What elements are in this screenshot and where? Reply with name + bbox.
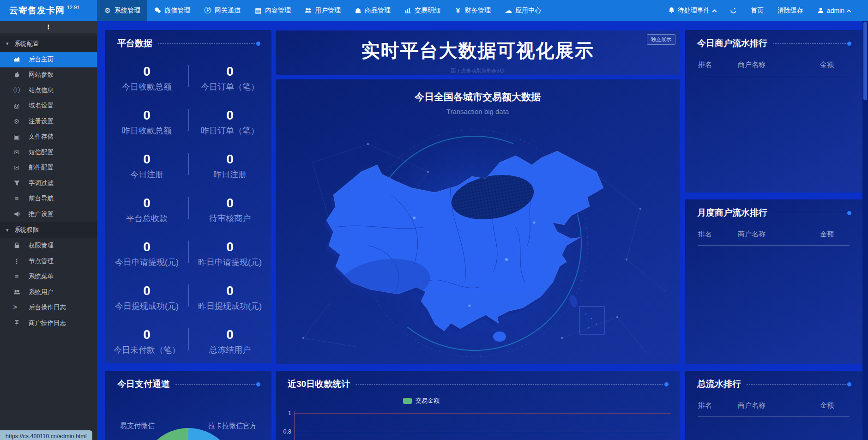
nav-item-finance[interactable]: 财务管理 — [447, 0, 498, 21]
wechat-icon — [154, 7, 161, 14]
bullhorn-icon — [12, 211, 21, 218]
dashed-rule — [175, 384, 255, 385]
chart-legend[interactable]: 交易金额 — [403, 397, 440, 405]
p-circle-icon — [204, 6, 211, 15]
stat-cell: 0今日收款总额 — [105, 59, 188, 102]
info-circle-icon — [12, 86, 21, 95]
refresh-button[interactable] — [730, 7, 737, 14]
today-rank-panel: 今日商户流水排行 排名 商户名称 金额 — [685, 30, 862, 193]
nav-item-appcenter[interactable]: 应用中心 — [498, 0, 548, 21]
dashed-rule — [158, 43, 255, 44]
sidebar-item-promotion-settings[interactable]: 推广设置 — [0, 206, 97, 222]
stat-cell: 0待审核商户 — [188, 190, 271, 234]
at-icon — [12, 102, 21, 109]
sidebar-item-site-params[interactable]: 网站参数 — [0, 67, 97, 83]
table-rule — [698, 416, 850, 417]
rank-table-header: 排名 商户名称 金额 — [685, 401, 862, 410]
stat-cell: 0今日订单（笔） — [188, 59, 271, 102]
accent-dot — [256, 42, 260, 46]
app-title: 云寄售发卡网 — [9, 5, 65, 17]
cloud-icon — [505, 6, 512, 15]
filter-icon — [12, 180, 21, 187]
sidebar-item-register-settings[interactable]: 注册设置 — [0, 114, 97, 129]
money-icon — [454, 6, 462, 14]
scrollbar-track[interactable] — [862, 21, 868, 440]
nav-item-wechat[interactable]: 微信管理 — [147, 0, 197, 21]
sidebar-collapse-toggle[interactable] — [0, 21, 97, 33]
dashed-rule — [773, 43, 846, 44]
status-link-tooltip: https://cs.400110.cn/admin.html — [0, 430, 92, 440]
stat-cell: 0今日申请提现(元) — [105, 234, 188, 278]
stat-row: 0平台总收款 0待审核商户 — [105, 190, 271, 234]
refresh-countdown: 距下次自动刷新剩余3秒 — [276, 67, 680, 74]
table-rule — [698, 76, 850, 76]
home-button[interactable]: 首页 — [751, 6, 764, 15]
sidebar-item-word-filter[interactable]: 字词过滤 — [0, 175, 97, 191]
sidebar-item-front-nav[interactable]: 前台导航 — [0, 191, 97, 207]
nav-item-gateway[interactable]: 网关通道 — [197, 0, 247, 21]
sidebar-item-file-storage[interactable]: 文件存储 — [0, 129, 97, 145]
stat-cell: 0今日注册 — [105, 146, 188, 190]
bigscreen-title: 实时平台大数据可视化展示 — [276, 38, 680, 63]
nav-item-users[interactable]: 用户管理 — [298, 0, 348, 21]
sidebar-section-system-config[interactable]: 系统配置 — [0, 36, 97, 52]
nav-item-system[interactable]: 系统管理 — [97, 0, 147, 21]
sidebar-item-node-mgmt[interactable]: 节点管理 — [0, 253, 97, 269]
sidebar-item-permission-mgmt[interactable]: 权限管理 — [0, 238, 97, 254]
bar-chart-icon — [404, 7, 411, 14]
stat-cell: 0昨日订单（笔） — [188, 102, 271, 146]
scrollbar-thumb[interactable] — [863, 22, 867, 100]
sidebar-item-mail-config[interactable]: 邮件配置 — [0, 160, 97, 176]
users-icon — [12, 289, 21, 296]
clear-cache-button[interactable]: 清除缓存 — [778, 6, 803, 15]
map-title: 今日全国各城市交易额大数据 — [276, 90, 680, 103]
sidebar-item-system-users[interactable]: 系统用户 — [0, 284, 97, 300]
sidebar-section-system-perms[interactable]: 系统权限 — [0, 222, 97, 238]
stats-grid: 0今日收款总额 0今日订单（笔） 0昨日收款总额 0昨日订单（笔） 0今日注册 … — [105, 49, 271, 366]
sidebar-item-dashboard[interactable]: 后台主页 — [0, 52, 97, 67]
table-rule — [698, 245, 850, 246]
caret-down-icon — [6, 41, 9, 47]
sidebar-item-site-info[interactable]: 站点信息 — [0, 83, 97, 98]
topbar: 云寄售发卡网 12.91 系统管理 微信管理 网关通道 内容管理 用户管理 商品… — [0, 0, 868, 21]
terminal-icon: >_ — [12, 304, 21, 311]
gridline — [295, 432, 671, 432]
sidebar-item-admin-logs[interactable]: >_ 后台操作日志 — [0, 300, 97, 316]
legend-label: 交易金额 — [416, 397, 440, 405]
nav-item-transactions[interactable]: 交易明细 — [398, 0, 447, 21]
sidebar-item-system-menu[interactable]: 系统菜单 — [0, 269, 97, 285]
user-menu[interactable]: admin — [817, 7, 850, 14]
sidebar-item-domain-settings[interactable]: 域名设置 — [0, 98, 97, 114]
stat-cell: 0平台总收款 — [105, 190, 188, 234]
pie-label-left: 易支付微信 — [120, 422, 155, 430]
stat-cell: 0总冻结用户 — [188, 322, 271, 366]
ellipsis-v-icon — [12, 258, 21, 265]
sidebar-item-merchant-logs[interactable]: 商户操作日志 — [0, 315, 97, 331]
panel-header: 月度商户流水排行 — [685, 199, 862, 219]
panel-title: 平台数据 — [117, 37, 152, 49]
panel-title: 月度商户流水排行 — [697, 207, 767, 219]
accent-dot — [847, 42, 851, 46]
lock-icon — [12, 242, 21, 249]
south-sea-islands — [585, 313, 597, 328]
standalone-view-button[interactable]: 独立展示 — [647, 34, 675, 45]
legend-swatch — [403, 398, 412, 404]
panel-header: 今日商户流水排行 — [685, 30, 862, 49]
panel-title: 近30日收款统计 — [288, 378, 350, 390]
y-axis-tick: 0.8 — [277, 428, 291, 435]
stat-row: 0今日提现成功(元) 0昨日提现成功(元) — [105, 278, 271, 322]
panel-title: 今日支付通道 — [117, 378, 170, 390]
nav-item-goods[interactable]: 商品管理 — [348, 0, 398, 21]
hainan-island — [493, 332, 506, 342]
dashed-rule — [773, 213, 846, 213]
pending-events-button[interactable]: 待处理事件 — [668, 6, 716, 15]
accent-dot — [664, 382, 669, 386]
nav-item-content[interactable]: 内容管理 — [247, 0, 298, 21]
area-chart-icon — [12, 56, 21, 63]
save-icon — [12, 133, 21, 140]
gear-icon — [104, 6, 111, 15]
app-logo[interactable]: 云寄售发卡网 12.91 — [0, 0, 97, 21]
bigscreen-header-panel: 实时平台大数据可视化展示 距下次自动刷新剩余3秒 独立展示 — [276, 30, 680, 75]
sidebar-item-sms-config[interactable]: 短信配置 — [0, 145, 97, 160]
app-version: 12.91 — [67, 5, 80, 10]
